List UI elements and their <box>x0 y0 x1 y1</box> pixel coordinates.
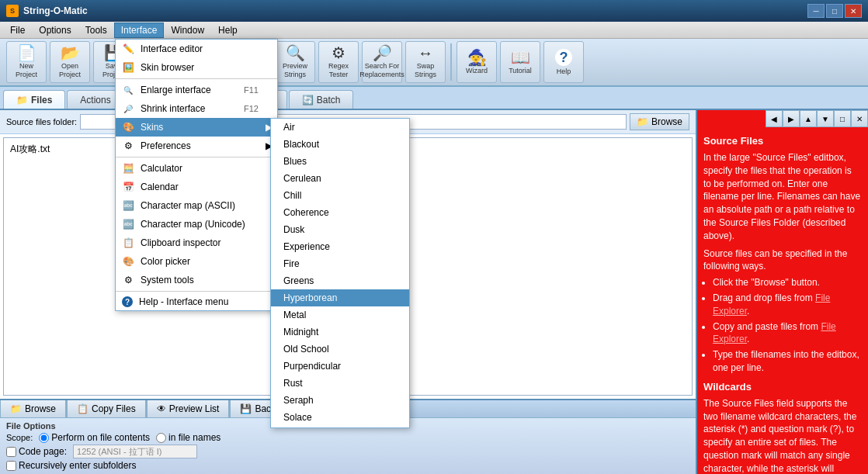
menu-help[interactable]: Help <box>211 22 245 38</box>
skin-experience[interactable]: Experience <box>271 238 409 255</box>
title-bar: S String-O-Matic ─ □ ✕ <box>0 0 868 22</box>
calendar-item[interactable]: 📅 Calendar <box>116 178 277 196</box>
menu-window[interactable]: Window <box>164 22 211 38</box>
skin-air[interactable]: Air <box>271 119 409 136</box>
charmap-ascii-item[interactable]: 🔤 Character map (ASCII) <box>116 196 277 215</box>
calculator-item[interactable]: 🧮 Calculator <box>116 159 277 178</box>
skin-midnight[interactable]: Midnight <box>271 323 409 341</box>
app-icon: S <box>6 5 19 17</box>
preferences-item[interactable]: ⚙ Preferences ▶ <box>116 137 277 155</box>
preview-list-button[interactable]: 👁 Preview List <box>147 400 230 417</box>
skin-purpendicular[interactable]: Purpendicular <box>271 358 409 375</box>
minimize-button[interactable]: ─ <box>807 4 825 18</box>
help-nav-close[interactable]: ✕ <box>851 110 868 127</box>
skin-dusk[interactable]: Dusk <box>271 221 409 238</box>
skin-old-school[interactable]: Old School <box>271 341 409 358</box>
file-explorer-link-2[interactable]: File Explorer <box>713 321 836 345</box>
interface-editor-item[interactable]: ✏️ Interface editor <box>116 40 277 58</box>
shrink-icon: 🔎 <box>122 102 134 115</box>
skin-cerulean[interactable]: Cerulean <box>271 170 409 187</box>
help-nav-forward[interactable]: ▶ <box>783 110 800 127</box>
shrink-interface-item[interactable]: 🔎 Shrink interface F12 <box>116 99 277 118</box>
source-folder-browse-button[interactable]: 📁 Browse <box>630 113 689 130</box>
help-nav-down[interactable]: ▼ <box>817 110 834 127</box>
tab-files-label: Files <box>31 95 52 106</box>
help-nav-expand[interactable]: □ <box>834 110 851 127</box>
skin-coherence[interactable]: Coherence <box>271 204 409 221</box>
menu-sep-3 <box>116 291 277 292</box>
calculator-icon: 🧮 <box>122 162 134 175</box>
open-project-button[interactable]: 📂 OpenProject <box>50 41 90 83</box>
recursive-label: Recursively enter subfolders <box>19 460 136 471</box>
scope-radio-contents[interactable] <box>39 433 49 443</box>
help-interface-icon: ? <box>122 296 133 307</box>
new-project-button[interactable]: 📄 NewProject <box>6 41 47 83</box>
skin-rust[interactable]: Rust <box>271 375 409 392</box>
help-nav-back[interactable]: ◀ <box>766 110 783 127</box>
scope-radio-names[interactable] <box>156 433 166 443</box>
skin-metal[interactable]: Metal <box>271 306 409 323</box>
scope-option-contents[interactable]: Perform on file contents <box>39 432 150 443</box>
charmap-ascii-icon: 🔤 <box>122 199 134 212</box>
skin-greens[interactable]: Greens <box>271 272 409 289</box>
skin-blues[interactable]: Blues <box>271 153 409 170</box>
menu-bar: File Options Tools Interface Window Help <box>0 22 868 39</box>
file-explorer-link-1[interactable]: File Explorer <box>713 292 830 317</box>
scope-option-names[interactable]: in file names <box>156 432 220 443</box>
wildcards-title: Wildcards <box>703 381 862 393</box>
menu-tools[interactable]: Tools <box>78 22 114 38</box>
skin-hyperborean[interactable]: Hyperborean <box>271 289 409 306</box>
skin-browser-label: Skin browser <box>141 62 194 73</box>
browse-button[interactable]: 📁 Browse <box>0 400 66 417</box>
tutorial-button[interactable]: 📖 Tutorial <box>500 41 540 83</box>
recursive-checkbox-label[interactable]: Recursively enter subfolders <box>6 460 136 471</box>
code-page-checkbox[interactable] <box>6 447 16 457</box>
maximize-button[interactable]: □ <box>826 4 843 18</box>
search-replacements-button[interactable]: 🔎 Search ForReplacements <box>362 41 402 83</box>
skin-chill[interactable]: Chill <box>271 187 409 204</box>
code-page-checkbox-label[interactable]: Code page: <box>6 446 67 457</box>
help-button[interactable]: ? Help <box>543 41 584 83</box>
copy-files-button[interactable]: 📋 Copy Files <box>67 400 146 417</box>
charmap-unicode-item[interactable]: 🔤 Character map (Unicode) <box>116 215 277 234</box>
menu-interface[interactable]: Interface <box>114 22 165 38</box>
scope-names-text: in file names <box>168 432 220 443</box>
menu-options[interactable]: Options <box>32 22 78 38</box>
color-picker-item[interactable]: 🎨 Color picker <box>116 252 277 271</box>
skin-solace[interactable]: Solace <box>271 409 409 426</box>
skins-item[interactable]: 🎨 Skins ▶ Air Blackout Blues Cerulean Ch… <box>116 118 277 137</box>
color-picker-icon: 🎨 <box>122 255 134 268</box>
tab-actions-label: Actions <box>80 95 110 106</box>
tutorial-icon: 📖 <box>511 50 530 65</box>
copy-files-label: Copy Files <box>92 403 136 414</box>
help-interface-menu-item[interactable]: ? Help - Interface menu <box>116 293 277 310</box>
enlarge-interface-item[interactable]: 🔍 Enlarge interface F11 <box>116 81 277 99</box>
skin-fire[interactable]: Fire <box>271 255 409 272</box>
help-nav-up[interactable]: ▲ <box>800 110 817 127</box>
skin-blackout[interactable]: Blackout <box>271 136 409 153</box>
wizard-button[interactable]: 🧙 Wizard <box>457 41 497 83</box>
close-button[interactable]: ✕ <box>845 4 862 18</box>
interface-menu: ✏️ Interface editor 🖼️ Skin browser 🔍 En… <box>115 39 278 311</box>
clipboard-inspector-item[interactable]: 📋 Clipboard inspector <box>116 234 277 252</box>
skin-seraph[interactable]: Seraph <box>271 392 409 409</box>
preview-strings-icon: 🔍 <box>286 45 305 61</box>
system-tools-item[interactable]: ⚙ System tools <box>116 271 277 289</box>
preview-strings-button[interactable]: 🔍 PreviewStrings <box>275 41 315 83</box>
tutorial-label: Tutorial <box>509 67 532 75</box>
enlarge-icon: 🔍 <box>122 84 134 96</box>
tab-batch[interactable]: 🔄 Batch <box>289 90 354 109</box>
preferences-icon: ⚙ <box>122 140 134 152</box>
menu-file[interactable]: File <box>3 22 32 38</box>
skin-browser-item[interactable]: 🖼️ Skin browser <box>116 58 277 77</box>
files-tab-icon: 📁 <box>16 95 28 106</box>
browse-button-label: Browse <box>25 403 56 414</box>
code-page-input[interactable] <box>73 445 197 458</box>
menu-sep-1 <box>116 78 277 79</box>
swap-strings-button[interactable]: ↔ SwapStrings <box>405 41 446 83</box>
regex-tester-button[interactable]: ⚙ RegexTester <box>318 41 359 83</box>
recursive-checkbox[interactable] <box>6 461 16 471</box>
tab-files[interactable]: 📁 Files <box>3 90 65 109</box>
code-page-label: Code page: <box>19 446 67 457</box>
skin-stone[interactable]: Stone <box>271 426 409 428</box>
